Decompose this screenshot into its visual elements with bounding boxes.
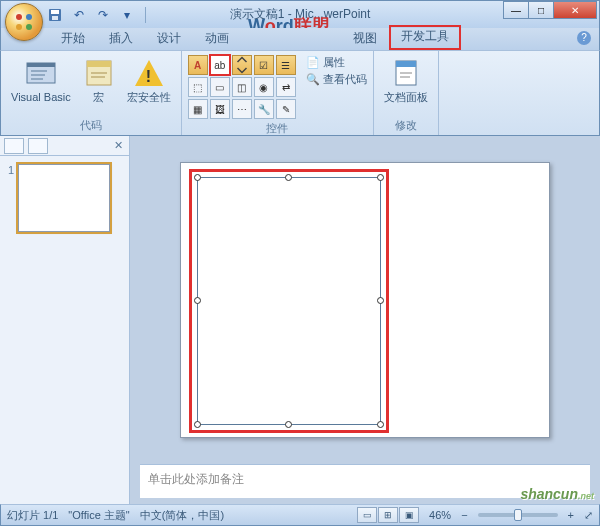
zoom-level[interactable]: 46% (429, 509, 451, 521)
qat-dropdown-icon[interactable]: ▾ (119, 7, 135, 23)
control-toggle[interactable]: ⇄ (276, 77, 296, 97)
tab-design[interactable]: 设计 (145, 27, 193, 50)
qat-separator (145, 7, 146, 23)
status-theme: "Office 主题" (68, 508, 129, 523)
svg-rect-5 (51, 10, 59, 14)
status-slide-info: 幻灯片 1/1 (7, 508, 58, 523)
resize-handle[interactable] (377, 297, 384, 304)
thumbnail-tabs: ✕ (0, 136, 129, 156)
resize-handle[interactable] (377, 421, 384, 428)
control-combo[interactable]: ▭ (210, 77, 230, 97)
controls-side: 📄属性 🔍查看代码 (306, 55, 367, 87)
zoom-out-button[interactable]: − (461, 509, 467, 521)
thumb-tab-outline[interactable] (28, 138, 48, 154)
resize-handle[interactable] (285, 174, 292, 181)
control-tools[interactable]: 🔧 (254, 99, 274, 119)
group-label-modify: 修改 (380, 116, 432, 133)
tab-animation[interactable]: 动画 (193, 27, 241, 50)
control-spin[interactable] (232, 55, 252, 75)
macro-button[interactable]: 宏 (79, 55, 119, 105)
spin-icon (233, 56, 251, 74)
ribbon-group-code: Visual Basic 宏 宏安全性 代码 (1, 51, 182, 135)
slide-canvas-wrap (130, 136, 600, 464)
thumb-tab-slides[interactable] (4, 138, 24, 154)
macro-icon (83, 57, 115, 89)
svg-rect-13 (87, 61, 111, 67)
resize-handle[interactable] (194, 297, 201, 304)
control-scroll[interactable]: ◫ (232, 77, 252, 97)
thumb-close-icon[interactable]: ✕ (111, 139, 125, 152)
doc-panel-icon (390, 57, 422, 89)
office-logo-icon (14, 12, 34, 32)
control-option[interactable]: ◉ (254, 77, 274, 97)
tab-view[interactable]: 视图 (341, 27, 389, 50)
properties-button[interactable]: 📄属性 (306, 55, 367, 70)
resize-handle[interactable] (194, 174, 201, 181)
svg-rect-8 (27, 63, 55, 67)
control-image[interactable]: 🖼 (210, 99, 230, 119)
inserted-textbox[interactable] (197, 177, 381, 425)
svg-rect-17 (396, 61, 416, 67)
ribbon-tabs: 开始 插入 设计 动画 视图 开发工具 ? (0, 28, 600, 50)
view-code-icon: 🔍 (306, 73, 320, 87)
tab-start[interactable]: 开始 (49, 27, 97, 50)
control-more2[interactable]: ✎ (276, 99, 296, 119)
control-label[interactable]: A (188, 55, 208, 75)
view-slideshow-button[interactable]: ▣ (399, 507, 419, 523)
control-frame[interactable]: ▦ (188, 99, 208, 119)
control-list[interactable]: ☰ (276, 55, 296, 75)
resize-handle[interactable] (285, 421, 292, 428)
status-language[interactable]: 中文(简体，中国) (140, 508, 224, 523)
zoom-slider[interactable] (478, 513, 558, 517)
svg-rect-6 (52, 16, 58, 20)
help-icon[interactable]: ? (577, 31, 591, 45)
thumbnail-list: 1 (0, 156, 129, 240)
workspace: ✕ 1 (0, 136, 600, 504)
doc-panel-button[interactable]: 文档面板 (380, 55, 432, 105)
maximize-button[interactable]: □ (528, 1, 554, 19)
zoom-in-button[interactable]: + (568, 509, 574, 521)
minimize-button[interactable]: — (503, 1, 529, 19)
view-code-button[interactable]: 🔍查看代码 (306, 72, 367, 87)
view-normal-button[interactable]: ▭ (357, 507, 377, 523)
status-bar: 幻灯片 1/1 "Office 主题" 中文(简体，中国) ▭ ⊞ ▣ 46% … (0, 504, 600, 526)
ribbon: Visual Basic 宏 宏安全性 代码 A ab ☑ ☰ ⬚ ▭ ◫ (0, 50, 600, 136)
close-button[interactable]: ✕ (553, 1, 597, 19)
view-buttons: ▭ ⊞ ▣ (357, 507, 419, 523)
zoom-thumb[interactable] (514, 509, 522, 521)
control-textbox[interactable]: ab (210, 55, 230, 75)
macro-security-button[interactable]: 宏安全性 (123, 55, 175, 105)
tab-insert[interactable]: 插入 (97, 27, 145, 50)
control-more1[interactable]: ⋯ (232, 99, 252, 119)
svg-point-3 (26, 24, 32, 30)
resize-handle[interactable] (194, 421, 201, 428)
visual-basic-button[interactable]: Visual Basic (7, 55, 75, 105)
undo-icon[interactable]: ↶ (71, 7, 87, 23)
properties-icon: 📄 (306, 56, 320, 70)
control-button[interactable]: ⬚ (188, 77, 208, 97)
office-button[interactable] (5, 3, 43, 41)
svg-point-1 (26, 14, 32, 20)
resize-handle[interactable] (377, 174, 384, 181)
tab-spacer (241, 44, 341, 50)
quick-access-toolbar: ↶ ↷ ▾ (47, 7, 148, 23)
view-sorter-button[interactable]: ⊞ (378, 507, 398, 523)
save-icon[interactable] (47, 7, 63, 23)
zoom-fit-button[interactable]: ⤢ (584, 509, 593, 522)
ribbon-group-controls: A ab ☑ ☰ ⬚ ▭ ◫ ◉ ⇄ ▦ 🖼 ⋯ 🔧 ✎ 📄属性 🔍查看代码 (182, 51, 374, 135)
control-checkbox[interactable]: ☑ (254, 55, 274, 75)
svg-point-2 (16, 24, 22, 30)
window-controls: — □ ✕ (504, 1, 597, 19)
tab-developer[interactable]: 开发工具 (389, 25, 461, 50)
slide-canvas[interactable] (180, 162, 550, 438)
vb-icon (25, 57, 57, 89)
slide-area: 单击此处添加备注 (130, 136, 600, 504)
warning-icon (135, 60, 163, 86)
controls-grid: A ab ☑ ☰ ⬚ ▭ ◫ ◉ ⇄ ▦ 🖼 ⋯ 🔧 ✎ (188, 55, 296, 119)
thumbnail-pane: ✕ 1 (0, 136, 130, 504)
thumbnail-item[interactable]: 1 (8, 164, 121, 232)
group-label-controls: 控件 (188, 119, 367, 136)
svg-point-0 (16, 14, 22, 20)
group-label-code: 代码 (7, 116, 175, 133)
redo-icon[interactable]: ↷ (95, 7, 111, 23)
